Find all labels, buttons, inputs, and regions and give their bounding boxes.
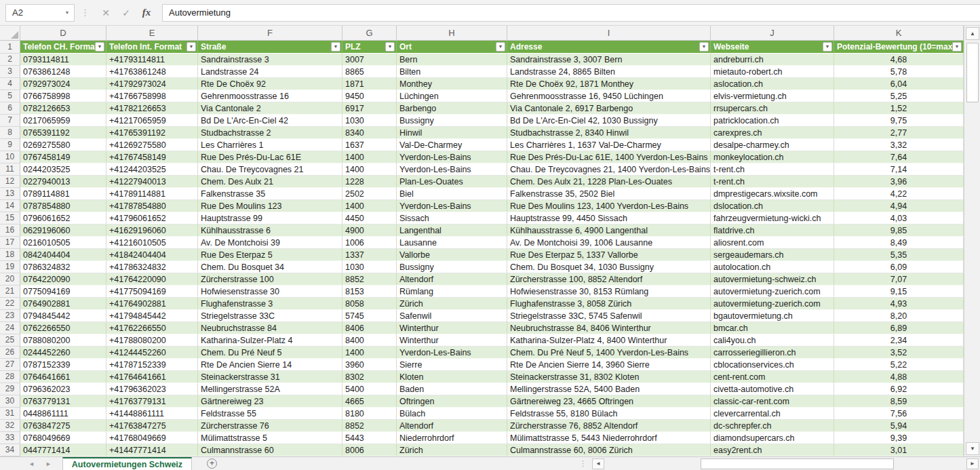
cell-E16[interactable]: +41629196060 (106, 224, 198, 237)
cell-H29[interactable]: Baden (397, 383, 507, 395)
cell-J7[interactable]: patricklocation.ch (711, 115, 834, 127)
cell-D11[interactable]: 0244203525 (20, 163, 106, 176)
cell-G11[interactable]: 1400 (342, 163, 397, 176)
cell-I34[interactable]: Culmannstrasse 60, 8006 Zürich (507, 444, 711, 456)
cell-G3[interactable]: 8865 (342, 66, 397, 78)
cell-F16[interactable]: Kühlhausstrasse 6 (198, 224, 342, 237)
cell-K28[interactable]: 4,88 (834, 371, 964, 383)
cell-I21[interactable]: Hofwiesenstrasse 30, 8153 Rümlang (507, 286, 711, 298)
cell-I5[interactable]: Gehrenmoosstrasse 16, 9450 Lüchingen (507, 90, 711, 102)
header-cell-J1[interactable]: Webseite▼ (711, 41, 834, 54)
cell-I17[interactable]: Av. De Montchoisi 39, 1006 Lausanne (507, 237, 711, 249)
row-header-7[interactable]: 7 (0, 115, 20, 127)
cell-H23[interactable]: Safenwil (397, 310, 507, 322)
cell-E15[interactable]: +41796061652 (106, 212, 198, 224)
cell-G34[interactable]: 8006 (342, 444, 397, 456)
prev-sheet-icon[interactable]: ◄ (28, 461, 35, 467)
row-header-19[interactable]: 19 (0, 261, 20, 273)
cell-K32[interactable]: 5,94 (834, 420, 964, 432)
filter-button-K[interactable]: ▼ (952, 42, 962, 52)
cell-I13[interactable]: Falkenstrasse 35, 2502 Biel (507, 188, 711, 200)
cell-J3[interactable]: mietauto-robert.ch (711, 66, 834, 78)
cell-F15[interactable]: Hauptstrasse 99 (198, 212, 342, 224)
row-header-34[interactable]: 34 (0, 444, 20, 456)
cell-G8[interactable]: 8340 (342, 127, 397, 139)
cell-H24[interactable]: Winterthur (397, 322, 507, 334)
cell-E20[interactable]: +41764220090 (106, 273, 198, 286)
cell-J17[interactable]: aliosrent.com (711, 237, 834, 249)
select-all-button[interactable] (0, 26, 20, 41)
cell-D25[interactable]: 0788080200 (20, 334, 106, 347)
cell-F21[interactable]: Hofwiesenstrasse 30 (198, 286, 342, 298)
column-header-D[interactable]: D (20, 26, 106, 41)
sheet-tab-active[interactable]: Autovermietungen Schweiz (62, 457, 192, 470)
cell-G23[interactable]: 5745 (342, 310, 397, 322)
cell-J9[interactable]: desalpe-charmey.ch (711, 139, 834, 151)
cell-E30[interactable]: +41763779131 (106, 395, 198, 408)
row-header-10[interactable]: 10 (0, 151, 20, 163)
cell-F32[interactable]: Zürcherstrasse 76 (198, 420, 342, 432)
row-header-16[interactable]: 16 (0, 224, 20, 237)
cell-H25[interactable]: Winterthur (397, 334, 507, 347)
cell-G29[interactable]: 5400 (342, 383, 397, 395)
row-header-24[interactable]: 24 (0, 322, 20, 334)
cell-F11[interactable]: Chau. De Treycovagnes 21 (198, 163, 342, 176)
cell-G5[interactable]: 9450 (342, 90, 397, 102)
cell-F20[interactable]: Zürcherstrasse 100 (198, 273, 342, 286)
cell-D30[interactable]: 0763779131 (20, 395, 106, 408)
cell-D5[interactable]: 0766758998 (20, 90, 106, 102)
cell-I16[interactable]: Kühlhausstrasse 6, 4900 Langenthal (507, 224, 711, 237)
row-header-12[interactable]: 12 (0, 176, 20, 188)
cell-K10[interactable]: 7,64 (834, 151, 964, 163)
row-header-8[interactable]: 8 (0, 127, 20, 139)
cell-D31[interactable]: 0448861111 (20, 408, 106, 420)
cell-D19[interactable]: 0786324832 (20, 261, 106, 273)
cell-E14[interactable]: +41787854880 (106, 200, 198, 212)
cell-E3[interactable]: +41763861248 (106, 66, 198, 78)
cell-I19[interactable]: Chem. Du Bosquet 34, 1030 Bussigny (507, 261, 711, 273)
cell-G18[interactable]: 1337 (342, 249, 397, 261)
cell-F28[interactable]: Steinackerstrasse 31 (198, 371, 342, 383)
cell-H4[interactable]: Monthey (397, 78, 507, 90)
cell-J8[interactable]: carexpres.ch (711, 127, 834, 139)
cell-F23[interactable]: Striegelstrasse 33C (198, 310, 342, 322)
cell-G9[interactable]: 1637 (342, 139, 397, 151)
cell-J4[interactable]: aslocation.ch (711, 78, 834, 90)
cell-G32[interactable]: 8852 (342, 420, 397, 432)
row-header-14[interactable]: 14 (0, 200, 20, 212)
cell-E8[interactable]: +41765391192 (106, 127, 198, 139)
row-header-18[interactable]: 18 (0, 249, 20, 261)
cell-E22[interactable]: +41764902881 (106, 298, 198, 310)
cell-J18[interactable]: sergeaudemars.ch (711, 249, 834, 261)
cell-H32[interactable]: Altendorf (397, 420, 507, 432)
cell-H12[interactable]: Plan-Les-Ouates (397, 176, 507, 188)
cell-G30[interactable]: 4665 (342, 395, 397, 408)
cell-J14[interactable]: dslocation.ch (711, 200, 834, 212)
cell-I32[interactable]: Zürcherstrasse 76, 8852 Altendorf (507, 420, 711, 432)
cell-J25[interactable]: cali4you.ch (711, 334, 834, 347)
cell-G2[interactable]: 3007 (342, 54, 397, 66)
horizontal-scrollbar-thumb[interactable] (701, 458, 894, 469)
cell-G19[interactable]: 1030 (342, 261, 397, 273)
cell-F9[interactable]: Les Charrières 1 (198, 139, 342, 151)
cell-K16[interactable]: 9,85 (834, 224, 964, 237)
cell-K13[interactable]: 4,22 (834, 188, 964, 200)
cell-E12[interactable]: +41227940013 (106, 176, 198, 188)
column-header-J[interactable]: J (711, 26, 834, 41)
cell-G15[interactable]: 4450 (342, 212, 397, 224)
cell-F7[interactable]: Bd De L'Arc-En-Ciel 42 (198, 115, 342, 127)
cell-H31[interactable]: Bülach (397, 408, 507, 420)
cell-J10[interactable]: monkeylocation.ch (711, 151, 834, 163)
header-cell-G1[interactable]: PLZ▼ (342, 41, 397, 54)
cell-I27[interactable]: Rte De Ancien Sierre 14, 3960 Sierre (507, 359, 711, 371)
row-header-23[interactable]: 23 (0, 310, 20, 322)
header-cell-E1[interactable]: Telefon Int. Format▼ (106, 41, 198, 54)
row-header-29[interactable]: 29 (0, 383, 20, 395)
cell-D14[interactable]: 0787854880 (20, 200, 106, 212)
cell-K3[interactable]: 5,78 (834, 66, 964, 78)
cell-I15[interactable]: Hauptstrasse 99, 4450 Sissach (507, 212, 711, 224)
cell-J34[interactable]: easy2rent.ch (711, 444, 834, 456)
cell-H5[interactable]: Lüchingen (397, 90, 507, 102)
cell-F4[interactable]: Rte De Choëx 92 (198, 78, 342, 90)
cell-G25[interactable]: 8400 (342, 334, 397, 347)
